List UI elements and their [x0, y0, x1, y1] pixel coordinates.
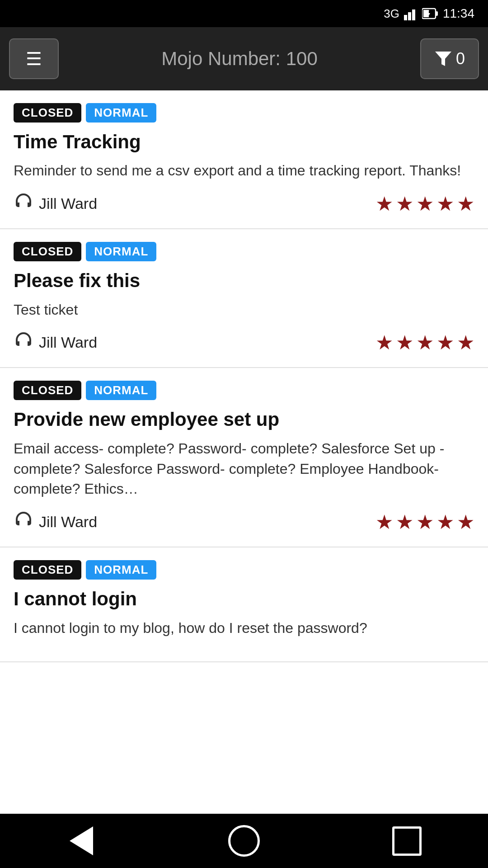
- ticket-body: Email access- complete? Password- comple…: [14, 439, 474, 499]
- svg-rect-2: [412, 9, 415, 20]
- funnel-icon: [434, 50, 452, 68]
- star-2: ★: [396, 331, 413, 354]
- svg-rect-0: [404, 15, 407, 20]
- ticket-footer: Jill Ward ★ ★ ★ ★ ★: [14, 192, 474, 216]
- headset-svg: [14, 510, 33, 530]
- headset-icon: [14, 192, 33, 216]
- ticket-list: CLOSED NORMAL Time Tracking Reminder to …: [0, 90, 488, 814]
- ticket-item[interactable]: CLOSED NORMAL I cannot login I cannot lo…: [0, 547, 488, 662]
- signal-icon: 3G: [384, 7, 399, 21]
- svg-marker-7: [435, 52, 451, 66]
- filter-count: 0: [456, 49, 465, 68]
- agent-name: Jill Ward: [39, 195, 97, 212]
- star-5: ★: [457, 510, 474, 533]
- filter-button[interactable]: 0: [420, 38, 479, 79]
- star-5: ★: [457, 192, 474, 215]
- ticket-title: I cannot login: [14, 588, 474, 610]
- ticket-stars: ★ ★ ★ ★ ★: [375, 192, 474, 215]
- ticket-agent: Jill Ward: [14, 330, 97, 354]
- ticket-item[interactable]: CLOSED NORMAL Time Tracking Reminder to …: [0, 90, 488, 229]
- star-1: ★: [375, 331, 393, 354]
- status-bar: 3G 11:34: [0, 0, 488, 27]
- star-3: ★: [416, 192, 434, 215]
- headset-icon: [14, 330, 33, 354]
- bottom-nav: [0, 814, 488, 868]
- signal-bars-icon: [404, 7, 418, 20]
- star-4: ★: [436, 192, 454, 215]
- status-icons: 3G 11:34: [384, 6, 474, 21]
- hamburger-icon: ☰: [26, 50, 42, 68]
- priority-badge-normal: NORMAL: [86, 381, 156, 400]
- header-title: Mojo Number: 100: [161, 48, 318, 70]
- agent-name: Jill Ward: [39, 334, 97, 351]
- headset-svg: [14, 192, 33, 212]
- agent-name: Jill Ward: [39, 513, 97, 531]
- ticket-item[interactable]: CLOSED NORMAL Please fix this Test ticke…: [0, 229, 488, 368]
- ticket-body: Test ticket: [14, 300, 474, 320]
- battery-icon: [422, 7, 438, 20]
- home-button[interactable]: [221, 823, 267, 859]
- menu-button[interactable]: ☰: [9, 38, 59, 79]
- ticket-stars: ★ ★ ★ ★ ★: [375, 510, 474, 533]
- status-time: 11:34: [443, 6, 474, 21]
- app-header: ☰ Mojo Number: 100 0: [0, 27, 488, 90]
- ticket-title: Time Tracking: [14, 131, 474, 153]
- svg-rect-4: [436, 11, 438, 16]
- ticket-stars: ★ ★ ★ ★ ★: [375, 331, 474, 354]
- priority-badge-normal: NORMAL: [86, 103, 156, 123]
- star-4: ★: [436, 510, 454, 533]
- star-3: ★: [416, 510, 434, 533]
- back-button[interactable]: [59, 823, 104, 859]
- svg-rect-1: [408, 12, 411, 20]
- star-4: ★: [436, 331, 454, 354]
- star-3: ★: [416, 331, 434, 354]
- ticket-agent: Jill Ward: [14, 510, 97, 534]
- status-badge-closed: CLOSED: [14, 560, 81, 580]
- star-1: ★: [375, 510, 393, 533]
- headset-svg: [14, 330, 33, 350]
- ticket-badges: CLOSED NORMAL: [14, 560, 474, 580]
- ticket-title: Please fix this: [14, 269, 474, 292]
- priority-badge-normal: NORMAL: [86, 242, 156, 261]
- ticket-badges: CLOSED NORMAL: [14, 242, 474, 261]
- ticket-item[interactable]: CLOSED NORMAL Provide new employee set u…: [0, 368, 488, 547]
- priority-badge-normal: NORMAL: [86, 560, 156, 580]
- status-badge-closed: CLOSED: [14, 381, 81, 400]
- ticket-footer: Jill Ward ★ ★ ★ ★ ★: [14, 510, 474, 534]
- status-badge-closed: CLOSED: [14, 103, 81, 123]
- star-2: ★: [396, 192, 413, 215]
- ticket-badges: CLOSED NORMAL: [14, 381, 474, 400]
- ticket-agent: Jill Ward: [14, 192, 97, 216]
- ticket-badges: CLOSED NORMAL: [14, 103, 474, 123]
- star-5: ★: [457, 331, 474, 354]
- ticket-title: Provide new employee set up: [14, 408, 474, 431]
- ticket-body: Reminder to send me a csv export and a t…: [14, 160, 474, 181]
- star-2: ★: [396, 510, 413, 533]
- recents-button[interactable]: [384, 823, 429, 859]
- status-badge-closed: CLOSED: [14, 242, 81, 261]
- ticket-footer: Jill Ward ★ ★ ★ ★ ★: [14, 330, 474, 354]
- ticket-body: I cannot login to my blog, how do I rese…: [14, 618, 474, 638]
- star-1: ★: [375, 192, 393, 215]
- headset-icon: [14, 510, 33, 534]
